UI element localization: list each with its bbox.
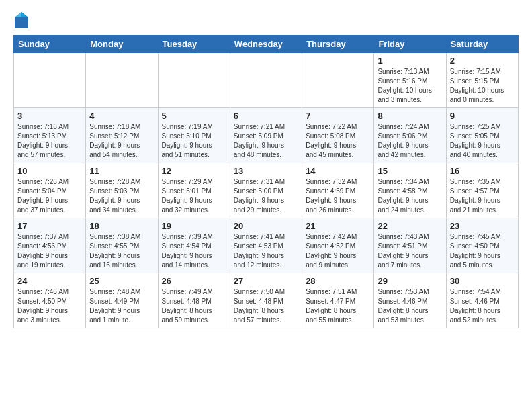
- day-info: Sunrise: 7:25 AM Sunset: 5:05 PM Dayligh…: [450, 122, 515, 160]
- calendar-cell: 7Sunrise: 7:22 AM Sunset: 5:08 PM Daylig…: [302, 108, 374, 163]
- day-number: 29: [378, 276, 442, 286]
- day-info: Sunrise: 7:46 AM Sunset: 4:50 PM Dayligh…: [17, 287, 82, 325]
- day-number: 28: [306, 276, 370, 286]
- calendar-cell: 8Sunrise: 7:24 AM Sunset: 5:06 PM Daylig…: [374, 108, 446, 163]
- day-number: 30: [450, 276, 515, 286]
- day-info: Sunrise: 7:21 AM Sunset: 5:09 PM Dayligh…: [234, 122, 298, 160]
- calendar-cell: 16Sunrise: 7:35 AM Sunset: 4:57 PM Dayli…: [446, 163, 518, 218]
- day-info: Sunrise: 7:38 AM Sunset: 4:55 PM Dayligh…: [89, 232, 154, 270]
- weekday-header-saturday: Saturday: [446, 36, 518, 53]
- day-number: 7: [306, 111, 370, 121]
- day-number: 27: [234, 276, 298, 286]
- day-info: Sunrise: 7:41 AM Sunset: 4:53 PM Dayligh…: [234, 232, 298, 270]
- day-number: 3: [17, 111, 82, 121]
- calendar-cell: 14Sunrise: 7:32 AM Sunset: 4:59 PM Dayli…: [302, 163, 374, 218]
- calendar-cell: 23Sunrise: 7:45 AM Sunset: 4:50 PM Dayli…: [446, 218, 518, 273]
- calendar-cell: 15Sunrise: 7:34 AM Sunset: 4:58 PM Dayli…: [374, 163, 446, 218]
- day-info: Sunrise: 7:53 AM Sunset: 4:46 PM Dayligh…: [378, 287, 442, 325]
- calendar-cell: 22Sunrise: 7:43 AM Sunset: 4:51 PM Dayli…: [374, 218, 446, 273]
- calendar-cell: 26Sunrise: 7:49 AM Sunset: 4:48 PM Dayli…: [158, 273, 230, 328]
- calendar-cell: [158, 53, 230, 108]
- page: SundayMondayTuesdayWednesdayThursdayFrid…: [0, 0, 532, 335]
- calendar-cell: 3Sunrise: 7:16 AM Sunset: 5:13 PM Daylig…: [14, 108, 86, 163]
- calendar-cell: 28Sunrise: 7:51 AM Sunset: 4:47 PM Dayli…: [302, 273, 374, 328]
- day-info: Sunrise: 7:35 AM Sunset: 4:57 PM Dayligh…: [450, 177, 515, 215]
- day-info: Sunrise: 7:39 AM Sunset: 4:54 PM Dayligh…: [162, 232, 226, 270]
- calendar-cell: 20Sunrise: 7:41 AM Sunset: 4:53 PM Dayli…: [230, 218, 302, 273]
- calendar-cell: 2Sunrise: 7:15 AM Sunset: 5:15 PM Daylig…: [446, 53, 518, 108]
- weekday-header-friday: Friday: [374, 36, 446, 53]
- day-number: 4: [89, 111, 154, 121]
- day-number: 2: [450, 56, 515, 66]
- day-info: Sunrise: 7:48 AM Sunset: 4:49 PM Dayligh…: [89, 287, 154, 325]
- day-number: 11: [89, 166, 154, 176]
- calendar-cell: 10Sunrise: 7:26 AM Sunset: 5:04 PM Dayli…: [14, 163, 86, 218]
- weekday-header-tuesday: Tuesday: [158, 36, 230, 53]
- day-number: 5: [162, 111, 226, 121]
- day-info: Sunrise: 7:29 AM Sunset: 5:01 PM Dayligh…: [162, 177, 226, 215]
- weekday-header-sunday: Sunday: [14, 36, 86, 53]
- week-row-0: 1Sunrise: 7:13 AM Sunset: 5:16 PM Daylig…: [14, 53, 519, 108]
- day-number: 20: [234, 221, 298, 231]
- calendar-cell: [14, 53, 86, 108]
- week-row-4: 24Sunrise: 7:46 AM Sunset: 4:50 PM Dayli…: [14, 273, 519, 328]
- weekday-header-monday: Monday: [86, 36, 158, 53]
- day-number: 19: [162, 221, 226, 231]
- day-info: Sunrise: 7:22 AM Sunset: 5:08 PM Dayligh…: [306, 122, 370, 160]
- calendar-cell: [302, 53, 374, 108]
- weekday-header-thursday: Thursday: [302, 36, 374, 53]
- day-number: 21: [306, 221, 370, 231]
- header: [13, 11, 519, 30]
- day-info: Sunrise: 7:43 AM Sunset: 4:51 PM Dayligh…: [378, 232, 442, 270]
- day-info: Sunrise: 7:42 AM Sunset: 4:52 PM Dayligh…: [306, 232, 370, 270]
- day-number: 9: [450, 111, 515, 121]
- day-number: 25: [89, 276, 154, 286]
- calendar-cell: 19Sunrise: 7:39 AM Sunset: 4:54 PM Dayli…: [158, 218, 230, 273]
- calendar-cell: 18Sunrise: 7:38 AM Sunset: 4:55 PM Dayli…: [86, 218, 158, 273]
- day-info: Sunrise: 7:26 AM Sunset: 5:04 PM Dayligh…: [17, 177, 82, 215]
- weekday-header-wednesday: Wednesday: [230, 36, 302, 53]
- logo: [13, 11, 32, 30]
- day-info: Sunrise: 7:31 AM Sunset: 5:00 PM Dayligh…: [234, 177, 298, 215]
- calendar-cell: 9Sunrise: 7:25 AM Sunset: 5:05 PM Daylig…: [446, 108, 518, 163]
- day-number: 23: [450, 221, 515, 231]
- day-number: 13: [234, 166, 298, 176]
- day-info: Sunrise: 7:28 AM Sunset: 5:03 PM Dayligh…: [89, 177, 154, 215]
- calendar-cell: 30Sunrise: 7:54 AM Sunset: 4:46 PM Dayli…: [446, 273, 518, 328]
- calendar-cell: [230, 53, 302, 108]
- calendar-cell: 13Sunrise: 7:31 AM Sunset: 5:00 PM Dayli…: [230, 163, 302, 218]
- week-row-3: 17Sunrise: 7:37 AM Sunset: 4:56 PM Dayli…: [14, 218, 519, 273]
- calendar-cell: 1Sunrise: 7:13 AM Sunset: 5:16 PM Daylig…: [374, 53, 446, 108]
- calendar-cell: 12Sunrise: 7:29 AM Sunset: 5:01 PM Dayli…: [158, 163, 230, 218]
- svg-marker-1: [21, 12, 28, 17]
- day-number: 16: [450, 166, 515, 176]
- calendar-cell: 6Sunrise: 7:21 AM Sunset: 5:09 PM Daylig…: [230, 108, 302, 163]
- day-info: Sunrise: 7:15 AM Sunset: 5:15 PM Dayligh…: [450, 67, 515, 105]
- calendar-cell: 21Sunrise: 7:42 AM Sunset: 4:52 PM Dayli…: [302, 218, 374, 273]
- day-number: 6: [234, 111, 298, 121]
- day-number: 18: [89, 221, 154, 231]
- day-info: Sunrise: 7:49 AM Sunset: 4:48 PM Dayligh…: [162, 287, 226, 325]
- day-number: 14: [306, 166, 370, 176]
- day-number: 10: [17, 166, 82, 176]
- day-info: Sunrise: 7:54 AM Sunset: 4:46 PM Dayligh…: [450, 287, 515, 325]
- day-number: 8: [378, 111, 442, 121]
- day-info: Sunrise: 7:50 AM Sunset: 4:48 PM Dayligh…: [234, 287, 298, 325]
- day-number: 17: [17, 221, 82, 231]
- calendar-cell: 24Sunrise: 7:46 AM Sunset: 4:50 PM Dayli…: [14, 273, 86, 328]
- day-number: 1: [378, 56, 442, 66]
- calendar-cell: 5Sunrise: 7:19 AM Sunset: 5:10 PM Daylig…: [158, 108, 230, 163]
- day-info: Sunrise: 7:34 AM Sunset: 4:58 PM Dayligh…: [378, 177, 442, 215]
- day-number: 26: [162, 276, 226, 286]
- week-row-1: 3Sunrise: 7:16 AM Sunset: 5:13 PM Daylig…: [14, 108, 519, 163]
- day-info: Sunrise: 7:19 AM Sunset: 5:10 PM Dayligh…: [162, 122, 226, 160]
- day-info: Sunrise: 7:51 AM Sunset: 4:47 PM Dayligh…: [306, 287, 370, 325]
- day-info: Sunrise: 7:16 AM Sunset: 5:13 PM Dayligh…: [17, 122, 82, 160]
- day-number: 24: [17, 276, 82, 286]
- day-info: Sunrise: 7:32 AM Sunset: 4:59 PM Dayligh…: [306, 177, 370, 215]
- calendar-cell: 11Sunrise: 7:28 AM Sunset: 5:03 PM Dayli…: [86, 163, 158, 218]
- calendar-cell: 25Sunrise: 7:48 AM Sunset: 4:49 PM Dayli…: [86, 273, 158, 328]
- day-info: Sunrise: 7:13 AM Sunset: 5:16 PM Dayligh…: [378, 67, 442, 105]
- day-number: 15: [378, 166, 442, 176]
- calendar-cell: [86, 53, 158, 108]
